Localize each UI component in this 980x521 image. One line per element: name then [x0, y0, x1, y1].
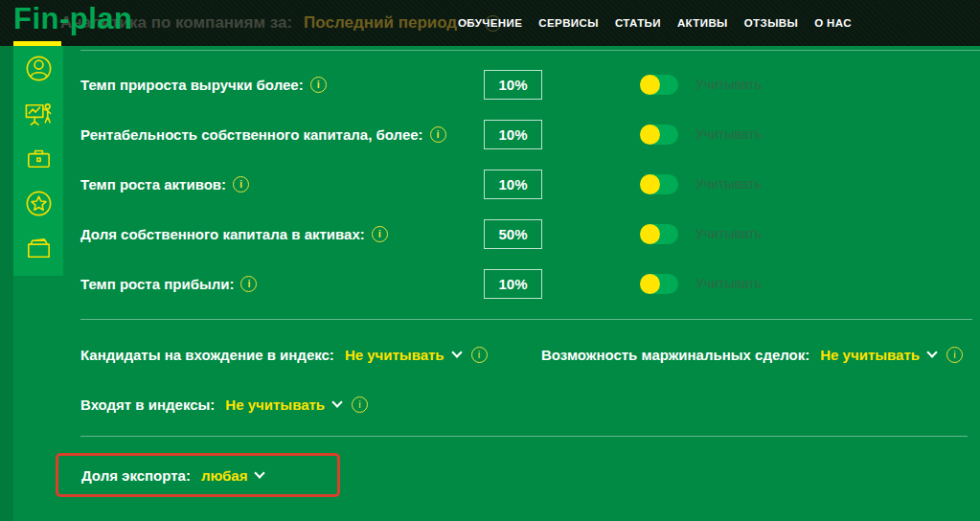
toggle-knob — [640, 75, 660, 95]
filter-row-roe: Рентабельность собственного капитала, бо… — [80, 109, 762, 159]
left-margin-strip — [0, 46, 13, 521]
toggle-label: Учитывать — [695, 126, 762, 142]
section-divider — [80, 319, 972, 320]
filter-label: Темп роста активов: i — [80, 176, 484, 193]
filter-row-assets-growth: Темп роста активов: i Учитывать — [80, 159, 762, 209]
roe-toggle[interactable] — [640, 125, 678, 145]
chevron-down-icon — [451, 347, 462, 357]
filter-label: Темп прироста выручки более: i — [80, 77, 484, 93]
sidebar-item-analytics[interactable] — [23, 98, 55, 129]
info-icon[interactable]: i — [240, 276, 257, 292]
index-candidates-dropdown[interactable]: Не учитывать — [345, 347, 461, 363]
nav-item-education[interactable]: ОБУЧЕНИЕ — [458, 17, 522, 29]
info-icon[interactable]: i — [430, 126, 446, 143]
nav-item-about[interactable]: О НАС — [814, 17, 852, 29]
info-icon[interactable]: i — [352, 396, 368, 413]
export-share-highlight: Доля экспорта: любая — [56, 453, 340, 497]
export-share-dropdown[interactable]: любая — [201, 467, 264, 484]
chevron-down-icon — [255, 467, 265, 478]
chevron-down-icon — [331, 396, 342, 407]
profit-growth-toggle[interactable] — [640, 274, 678, 294]
period-dropdown[interactable]: Последний период — [304, 13, 473, 33]
info-icon[interactable]: i — [946, 347, 963, 363]
toggle-label: Учитывать — [695, 176, 762, 192]
user-icon — [23, 53, 55, 84]
filters-panel: Темп прироста выручки более: i Учитывать… — [13, 46, 980, 521]
filter-label: Доля собственного капитала в активах: i — [80, 226, 484, 242]
filter-label: Темп роста прибыли: i — [80, 276, 484, 292]
briefcase-icon — [23, 143, 55, 174]
finplan-logo[interactable]: Fin-plan — [13, 2, 133, 36]
numeric-filter-rows: Темп прироста выручки более: i Учитывать… — [80, 59, 762, 308]
filter-margin-trades: Возможность маржинальных сделок: Не учит… — [541, 335, 963, 374]
presentation-chart-icon — [23, 98, 55, 129]
profit-growth-input[interactable] — [484, 269, 542, 299]
toggle-knob — [640, 224, 660, 244]
logo-underline — [13, 41, 61, 46]
toggle-label: Учитывать — [695, 77, 762, 92]
toggle-knob — [640, 174, 660, 194]
margin-trades-dropdown[interactable]: Не учитывать — [820, 347, 936, 363]
assets-growth-input[interactable] — [484, 170, 542, 199]
sidebar — [13, 46, 63, 276]
sidebar-item-favorites[interactable] — [23, 188, 55, 219]
equity-share-toggle[interactable] — [640, 224, 678, 244]
top-divider — [80, 50, 980, 51]
filter-index-candidates: Кандидаты на вхождение в индекс: Не учит… — [80, 335, 488, 374]
info-icon[interactable]: i — [310, 77, 327, 93]
folder-icon — [23, 233, 55, 264]
toggle-label: Учитывать — [695, 226, 762, 241]
roe-input[interactable] — [484, 120, 542, 149]
nav-item-services[interactable]: СЕРВИСЫ — [538, 17, 599, 29]
assets-growth-toggle[interactable] — [640, 174, 678, 194]
filter-row-equity-share: Доля собственного капитала в активах: i … — [80, 209, 762, 259]
toggle-knob — [640, 125, 660, 145]
sidebar-item-documents[interactable] — [23, 233, 55, 264]
toggle-knob — [640, 274, 660, 294]
star-icon — [23, 188, 55, 219]
chevron-down-icon — [926, 347, 937, 357]
top-header: Аналитика по компаниям за: Последний пер… — [0, 0, 980, 46]
info-icon[interactable]: i — [233, 176, 249, 193]
main-nav: ОБУЧЕНИЕ СЕРВИСЫ СТАТЬИ АКТИВЫ ОТЗЫВЫ О … — [458, 0, 852, 46]
filter-row-revenue-growth: Темп прироста выручки более: i Учитывать — [80, 59, 762, 109]
revenue-growth-toggle[interactable] — [640, 75, 678, 95]
nav-item-assets[interactable]: АКТИВЫ — [677, 17, 728, 29]
toggle-label: Учитывать — [695, 276, 762, 291]
page: Аналитика по компаниям за: Последний пер… — [0, 0, 980, 521]
info-icon[interactable]: i — [471, 347, 488, 363]
filter-in-indexes: Входят в индексы: Не учитывать i — [80, 385, 368, 423]
filter-label: Рентабельность собственного капитала, бо… — [80, 126, 484, 143]
equity-share-input[interactable] — [484, 219, 542, 249]
sidebar-item-profile[interactable] — [23, 53, 55, 84]
info-icon[interactable]: i — [372, 226, 388, 242]
revenue-growth-input[interactable] — [484, 70, 542, 100]
filter-row-profit-growth: Темп роста прибыли: i Учитывать — [80, 259, 762, 308]
sidebar-item-portfolio[interactable] — [23, 143, 55, 174]
in-indexes-dropdown[interactable]: Не учитывать — [225, 396, 341, 413]
nav-item-reviews[interactable]: ОТЗЫВЫ — [744, 17, 798, 29]
period-dropdown-value: Последний период — [304, 13, 457, 33]
section-divider — [80, 436, 968, 437]
nav-item-articles[interactable]: СТАТЬИ — [615, 17, 661, 29]
